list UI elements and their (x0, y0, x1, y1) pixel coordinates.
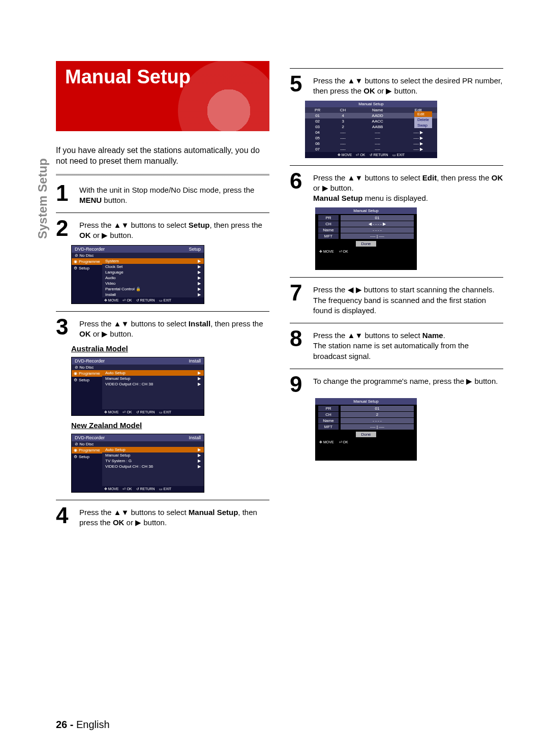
step-bold: OK (363, 86, 375, 95)
step-4: 4 Press the ▲▼ buttons to select Manual … (56, 505, 269, 528)
osd-row[interactable]: Audio▶ (102, 275, 204, 281)
step-bold: OK (113, 518, 125, 527)
step-text: or ▶ button. (124, 518, 167, 527)
step-text: The frequency band is scanned and the fi… (313, 296, 486, 315)
step-text: Press the ◀ ▶ buttons to start scanning … (313, 285, 495, 294)
osd-row[interactable]: System▶ (102, 258, 204, 264)
popup-item-delete[interactable]: Delete (414, 117, 432, 123)
page-lang: English (76, 719, 110, 730)
step-bold: MENU (79, 196, 102, 204)
step-text: or ▶ button. (91, 329, 134, 338)
table-row[interactable]: 04------------ ▶ (305, 130, 437, 135)
osd-row[interactable]: Auto Setup▶ (102, 370, 204, 376)
step-text: or ▶ button. (313, 184, 354, 192)
step-text: Press the ▲▼ buttons to select (79, 221, 189, 229)
osd-side-setup[interactable]: ⚙Setup (72, 377, 102, 383)
subhead-australia: Australia Model (71, 344, 269, 353)
osd-row[interactable]: Install▶ (102, 292, 204, 297)
osd-hint-exit: ▭ EXIT (159, 487, 172, 491)
step-text: . (443, 331, 445, 340)
step-6: 6 Press the ▲▼ buttons to select Edit, t… (290, 171, 503, 204)
osd-side-setup[interactable]: ⚙Setup (72, 265, 102, 271)
separator (56, 311, 269, 312)
separator (56, 500, 269, 500)
step-1: 1 With the unit in Stop mode/No Disc mod… (56, 183, 269, 206)
osd-hint-move: ✥ MOVE (319, 440, 334, 444)
form-value[interactable]: 01 (341, 215, 414, 221)
form-label: PR (318, 406, 339, 411)
step-number: 2 (56, 218, 74, 241)
step-text: Press the ▲▼ buttons to select (313, 173, 422, 182)
step-text: Press the ▲▼ buttons to select (79, 319, 189, 328)
step-text: , then press the (437, 173, 492, 182)
osd-title: Manual Setup (315, 398, 417, 405)
osd-side-setup[interactable]: ⚙Setup (72, 453, 102, 460)
step-9: 9 To change the programme's name, press … (290, 374, 503, 395)
osd-side-programme[interactable]: ◉Programme (72, 258, 102, 265)
form-value[interactable]: - - - - (341, 418, 414, 424)
form-value[interactable]: - - - - (341, 227, 414, 233)
osd-title: DVD-Recorder (75, 247, 105, 252)
osd-title: Manual Setup (315, 207, 417, 214)
osd-title: DVD-Recorder (75, 435, 105, 440)
step-text: Press the ▲▼ buttons to select (79, 508, 189, 517)
separator (290, 323, 503, 323)
popup-item-swap[interactable]: Swap (414, 123, 432, 128)
osd-hint-ok: ⏎ OK (123, 487, 132, 491)
osd-row[interactable]: Manual Setup▶ (102, 376, 204, 381)
step-7: 7 Press the ◀ ▶ buttons to start scannin… (290, 283, 503, 316)
popup-item-edit[interactable]: Edit (414, 111, 432, 117)
form-value[interactable]: 2 (341, 412, 414, 417)
form-label: PR (318, 215, 339, 221)
table-header: CH (330, 107, 356, 113)
osd-row[interactable]: Auto Setup▶ (102, 447, 204, 452)
table-row[interactable]: 05------------ ▶ (305, 135, 437, 141)
form-label: Name (318, 227, 339, 233)
osd-row[interactable]: VIDEO Output CH : CH 36▶ (102, 464, 204, 469)
step-text: menu is displayed. (363, 194, 428, 202)
osd-manual-form-2: Manual Setup PR01 CH2 Name- - - - MFT---… (315, 398, 417, 461)
osd-row[interactable]: TV System : G▶ (102, 458, 204, 464)
form-label: CH (318, 412, 339, 417)
osd-hint-move: ✥ MOVE (104, 487, 119, 491)
osd-hint-move: ✥ MOVE (104, 298, 119, 303)
osd-manual-form: Manual Setup PR01 CH◀ - - - - ▶ Name- - … (315, 207, 417, 270)
page-footer: 26 - English (56, 719, 110, 731)
form-value[interactable]: ---- | ---- (341, 424, 414, 430)
table-row[interactable]: 07------------ ▶ (305, 146, 437, 152)
osd-row[interactable]: Clock Set▶ (102, 264, 204, 269)
disc-graphic (178, 61, 269, 131)
table-row[interactable]: 06------------ ▶ (305, 141, 437, 146)
intro-text: If you have already set the stations aut… (56, 145, 269, 167)
osd-install-aus: DVD-Recorder Install ⊘ No Disc ◉Programm… (71, 357, 204, 416)
form-value[interactable]: ---- | ---- (341, 233, 414, 239)
step-bold: Name (422, 331, 443, 340)
osd-row[interactable]: Manual Setup▶ (102, 452, 204, 458)
osd-row[interactable]: Language▶ (102, 269, 204, 275)
osd-side-programme[interactable]: ◉Programme (72, 447, 102, 453)
step-bold: Manual Setup (313, 194, 363, 202)
osd-corner: Install (189, 435, 201, 440)
osd-hint-ok: ⏎ OK (123, 410, 132, 414)
step-number: 5 (290, 74, 308, 97)
osd-side-programme[interactable]: ◉Programme (72, 370, 102, 377)
form-value[interactable]: ◀ - - - - ▶ (341, 221, 414, 227)
osd-nodisc: No Disc (79, 442, 94, 446)
step-bold: OK (492, 173, 503, 182)
form-value[interactable]: 01 (341, 406, 414, 411)
osd-row[interactable]: Parental Control 🔒▶ (102, 286, 204, 292)
osd-row[interactable]: Video▶ (102, 281, 204, 286)
step-number: 4 (56, 505, 74, 528)
step-text: The station name is set automatically fr… (313, 341, 469, 360)
step-text: With the unit in Stop mode/No Disc mode,… (79, 186, 254, 194)
step-3: 3 Press the ▲▼ buttons to select Install… (56, 317, 269, 340)
osd-corner: Install (189, 358, 201, 364)
step-number: 6 (290, 171, 308, 204)
page-title-box: Manual Setup (56, 61, 269, 131)
osd-row[interactable]: VIDEO Output CH : CH 38▶ (102, 381, 204, 387)
step-bold: Edit (422, 173, 437, 182)
done-button[interactable]: Done (356, 432, 376, 437)
done-button[interactable]: Done (356, 241, 376, 247)
osd-setup-menu: DVD-Recorder Setup ⊘ No Disc ◉Programme … (71, 245, 204, 304)
osd-hint-ok: ⏎ OK (356, 153, 365, 157)
